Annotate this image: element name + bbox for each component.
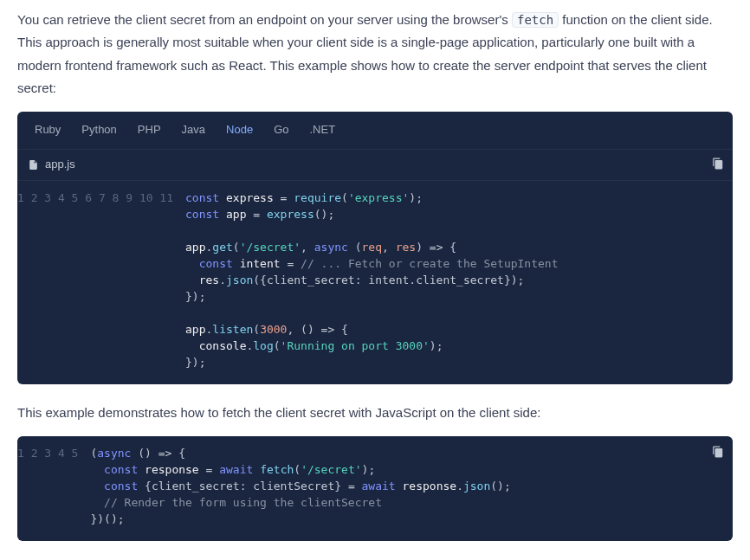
server-code-area: 1 2 3 4 5 6 7 8 9 10 11 const express = … <box>17 181 733 384</box>
copy-icon[interactable] <box>712 445 724 457</box>
language-tabs: Ruby Python PHP Java Node Go .NET <box>17 112 733 150</box>
code-content: (async () => { const response = await fe… <box>90 445 733 527</box>
tab-ruby[interactable]: Ruby <box>24 112 71 149</box>
tab-python[interactable]: Python <box>71 112 126 149</box>
copy-icon[interactable] <box>712 157 724 169</box>
filename-label: app.js <box>45 155 75 175</box>
fetch-inline-code: fetch <box>512 12 559 28</box>
code-content: const express = require('express'); cons… <box>185 190 733 370</box>
file-bar: app.js <box>17 150 733 181</box>
intro-text-1: You can retrieve the client secret from … <box>17 12 512 27</box>
mid-paragraph: This example demonstrates how to fetch t… <box>17 402 733 424</box>
tab-dotnet[interactable]: .NET <box>299 112 346 149</box>
file-icon <box>28 159 39 171</box>
line-gutter: 1 2 3 4 5 6 7 8 9 10 11 <box>17 190 185 370</box>
tab-java[interactable]: Java <box>171 112 216 149</box>
tab-go[interactable]: Go <box>263 112 299 149</box>
client-code-area: 1 2 3 4 5 (async () => { const response … <box>17 436 733 541</box>
tab-php[interactable]: PHP <box>127 112 171 149</box>
tab-node[interactable]: Node <box>216 112 263 149</box>
server-code-block: Ruby Python PHP Java Node Go .NET app.js… <box>17 112 733 384</box>
intro-paragraph: You can retrieve the client secret from … <box>17 9 733 100</box>
client-code-block: 1 2 3 4 5 (async () => { const response … <box>17 436 733 541</box>
line-gutter: 1 2 3 4 5 <box>17 445 90 527</box>
